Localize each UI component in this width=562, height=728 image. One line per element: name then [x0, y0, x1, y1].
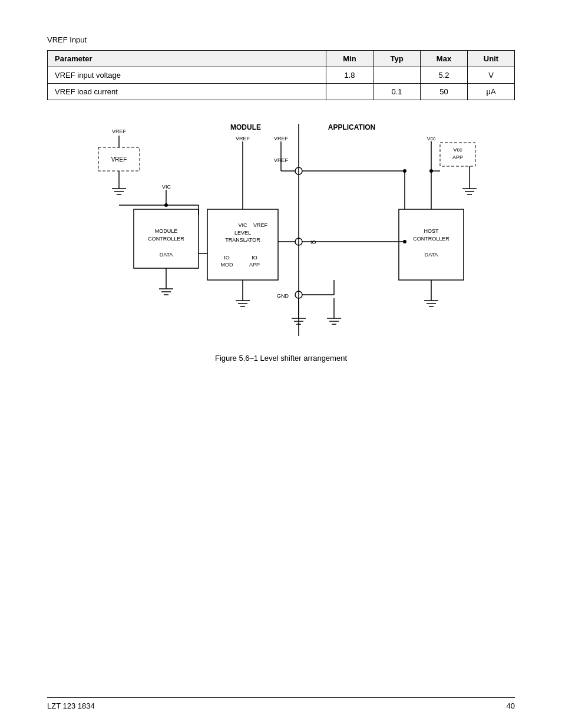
lt-app-label: APP	[249, 262, 260, 268]
vcc-app-label1: Vcc	[453, 147, 462, 153]
vref-top-mod: VREF	[236, 136, 250, 141]
vcc-app-label2: APP	[452, 154, 463, 160]
vref-top-center: VREF	[274, 136, 289, 141]
param-typ-1	[373, 67, 421, 84]
lt-vref-label: VREF	[253, 222, 268, 228]
application-label: APPLICATION	[328, 123, 375, 131]
lt-level-label: LEVEL	[234, 230, 251, 236]
parameters-table: Parameter Min Typ Max Unit VREF input vo…	[47, 50, 515, 100]
param-name-2: VREF load current	[48, 84, 326, 100]
table-row: VREF load current 0.1 50 μA	[48, 84, 515, 100]
lt-mod-label: MOD	[221, 262, 233, 268]
lt-vic-label: VIC	[238, 222, 247, 228]
gnd-label: GND	[277, 293, 289, 299]
page: VREF Input Parameter Min Typ Max Unit VR…	[0, 0, 562, 728]
lt-io-mod-label: IO	[224, 255, 230, 261]
footer: LZT 123 1834 40	[47, 697, 515, 710]
vref-label-left: VREF	[111, 156, 127, 163]
lt-io-app-label: IO	[252, 255, 257, 261]
col-header-parameter: Parameter	[48, 51, 326, 67]
table-row: VREF input voltage 1.8 5.2 V	[48, 67, 515, 84]
lt-translator-label: TRANSLATOR	[225, 237, 260, 243]
param-unit-1: V	[468, 67, 515, 84]
diagram-container: MODULE APPLICATION VREF VREF VIC MODUL	[47, 118, 515, 348]
vref-top-label-left: VREF	[112, 129, 127, 134]
param-unit-2: μA	[468, 84, 515, 100]
param-min-1: 1.8	[326, 67, 373, 84]
host-controller-label2: CONTROLLER	[413, 236, 449, 242]
param-max-1: 5.2	[421, 67, 468, 84]
vcc-label: Vcc	[427, 136, 436, 141]
param-name-1: VREF input voltage	[48, 67, 326, 84]
io-label: IO	[310, 239, 316, 245]
level-translator-box	[207, 209, 278, 280]
module-label: MODULE	[230, 123, 261, 131]
param-max-2: 50	[421, 84, 468, 100]
host-controller-label1: HOST	[424, 228, 439, 234]
circuit-diagram: MODULE APPLICATION VREF VREF VIC MODUL	[81, 118, 481, 348]
col-header-typ: Typ	[373, 51, 421, 67]
vref-center-label: VREF	[274, 157, 289, 163]
param-min-2	[326, 84, 373, 100]
col-header-min: Min	[326, 51, 373, 67]
data-label-hc: DATA	[425, 252, 438, 258]
footer-left: LZT 123 1834	[47, 701, 95, 710]
figure-caption: Figure 5.6–1 Level shifter arrangement	[47, 354, 515, 363]
host-controller-box	[399, 209, 464, 280]
module-controller-label1: MODULE	[155, 228, 178, 234]
vic-label: VIC	[162, 184, 171, 190]
footer-right: 40	[507, 701, 515, 710]
module-controller-label2: CONTROLLER	[148, 236, 184, 242]
param-typ-2: 0.1	[373, 84, 421, 100]
col-header-unit: Unit	[468, 51, 515, 67]
section-title: VREF Input	[47, 35, 515, 44]
data-label-mc: DATA	[160, 252, 173, 258]
col-header-max: Max	[421, 51, 468, 67]
